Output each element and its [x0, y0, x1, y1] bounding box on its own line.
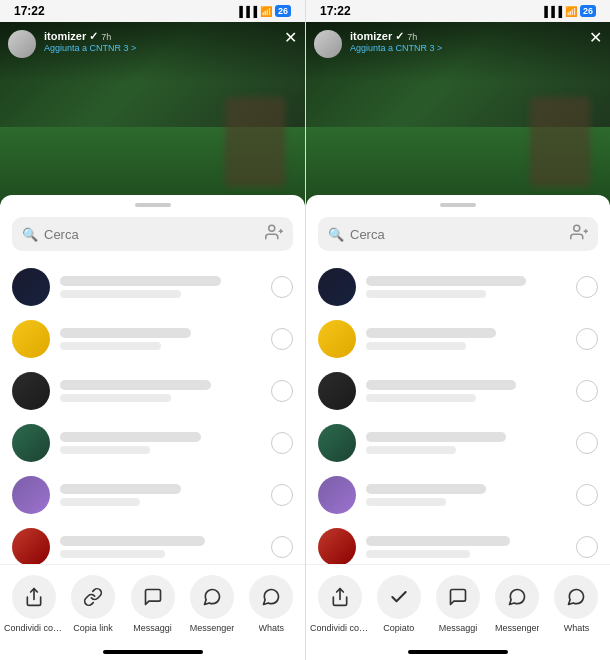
story-avatar [314, 30, 342, 58]
action-icon-messages [131, 575, 175, 619]
action-item-copied[interactable]: Copiato [369, 575, 428, 634]
story-figure [225, 97, 285, 187]
home-indicator [408, 650, 508, 654]
action-item-share[interactable]: Condividi con... [310, 575, 369, 634]
contact-row[interactable] [318, 313, 598, 365]
contact-checkbox[interactable] [576, 380, 598, 402]
contact-info [60, 276, 261, 298]
contact-sub [60, 290, 181, 298]
action-icon-messenger [190, 575, 234, 619]
search-bar: 🔍 [318, 217, 598, 251]
contact-checkbox[interactable] [271, 432, 293, 454]
contact-checkbox[interactable] [576, 432, 598, 454]
status-bar: 17:22 ▐▐▐ 📶 26 [306, 0, 610, 22]
panel-right: 17:22 ▐▐▐ 📶 26 itomizer ✓ 7h Aggiunta a … [305, 0, 610, 660]
contact-row[interactable] [12, 365, 293, 417]
wifi-icon: 📶 [260, 6, 272, 17]
contact-avatar [12, 528, 50, 564]
contact-checkbox[interactable] [271, 380, 293, 402]
action-icon-share [12, 575, 56, 619]
contact-checkbox[interactable] [576, 536, 598, 558]
contact-info [366, 328, 566, 350]
contact-info [60, 380, 261, 402]
action-label-whatsapp: Whats [564, 623, 590, 634]
action-label-messages: Messaggi [133, 623, 172, 634]
story-area: itomizer ✓ 7h Aggiunta a CNTNR 3 > ✕ [0, 22, 305, 207]
search-bar: 🔍 [12, 217, 293, 251]
battery-badge: 26 [275, 5, 291, 17]
action-bar: Condividi con... Copiato Messagg [306, 564, 610, 646]
contacts-list [0, 261, 305, 564]
signal-icon: ▐▐▐ [236, 6, 257, 17]
action-item-share[interactable]: Condividi con... [4, 575, 63, 634]
contact-checkbox[interactable] [576, 484, 598, 506]
search-icon: 🔍 [328, 227, 344, 242]
contact-checkbox[interactable] [271, 484, 293, 506]
story-overlay: itomizer ✓ 7h Aggiunta a CNTNR 3 > ✕ [0, 22, 305, 82]
action-item-messenger[interactable]: Messenger [488, 575, 547, 634]
story-link[interactable]: Aggiunta a CNTNR 3 > [350, 43, 581, 53]
contact-checkbox[interactable] [271, 328, 293, 350]
story-username: itomizer ✓ 7h [350, 30, 581, 43]
contact-avatar [318, 268, 356, 306]
action-label-messenger: Messenger [190, 623, 235, 634]
contact-avatar [318, 476, 356, 514]
action-label-whatsapp: Whats [259, 623, 285, 634]
share-sheet: 🔍 [306, 195, 610, 660]
contact-info [60, 484, 261, 506]
action-label-messages: Messaggi [439, 623, 478, 634]
contact-checkbox[interactable] [576, 328, 598, 350]
contact-info [366, 536, 566, 558]
contact-info [60, 432, 261, 454]
contact-avatar [12, 476, 50, 514]
contact-row[interactable] [12, 417, 293, 469]
contact-sub [366, 394, 476, 402]
contact-name [366, 536, 510, 546]
signal-icon: ▐▐▐ [541, 6, 562, 17]
close-icon[interactable]: ✕ [284, 30, 297, 46]
contact-row[interactable] [12, 469, 293, 521]
contact-info [366, 484, 566, 506]
contact-checkbox[interactable] [576, 276, 598, 298]
contact-checkbox[interactable] [271, 536, 293, 558]
contact-name [366, 484, 486, 494]
battery-badge: 26 [580, 5, 596, 17]
add-people-button[interactable] [570, 223, 588, 245]
search-input[interactable] [44, 227, 255, 242]
wifi-icon: 📶 [565, 6, 577, 17]
close-icon[interactable]: ✕ [589, 30, 602, 46]
contact-row[interactable] [318, 469, 598, 521]
contact-name [60, 432, 201, 442]
contact-row[interactable] [318, 261, 598, 313]
action-bar: Condividi con... Copia link Mess [0, 564, 305, 646]
action-item-messenger[interactable]: Messenger [182, 575, 241, 634]
contact-row[interactable] [318, 521, 598, 564]
action-icon-whatsapp [554, 575, 598, 619]
svg-point-0 [269, 225, 275, 231]
action-item-whatsapp[interactable]: Whats [547, 575, 606, 634]
action-item-copy-link[interactable]: Copia link [63, 575, 122, 634]
contact-sub [60, 550, 165, 558]
contact-avatar [12, 320, 50, 358]
contact-row[interactable] [12, 313, 293, 365]
contact-row[interactable] [318, 417, 598, 469]
action-label-share: Condividi con... [310, 623, 369, 634]
contact-checkbox[interactable] [271, 276, 293, 298]
story-link[interactable]: Aggiunta a CNTNR 3 > [44, 43, 276, 53]
action-label-copy-link: Copia link [73, 623, 113, 634]
action-item-messages[interactable]: Messaggi [123, 575, 182, 634]
contact-name [366, 276, 526, 286]
search-input[interactable] [350, 227, 560, 242]
contact-avatar [318, 424, 356, 462]
action-item-whatsapp[interactable]: Whats [242, 575, 301, 634]
action-item-messages[interactable]: Messaggi [428, 575, 487, 634]
story-user-info: itomizer ✓ 7h Aggiunta a CNTNR 3 > [350, 30, 581, 53]
share-sheet: 🔍 [0, 195, 305, 660]
add-people-button[interactable] [265, 223, 283, 245]
action-label-copied: Copiato [383, 623, 414, 634]
contacts-list [306, 261, 610, 564]
contact-row[interactable] [12, 261, 293, 313]
contact-row[interactable] [12, 521, 293, 564]
contact-info [60, 536, 261, 558]
contact-row[interactable] [318, 365, 598, 417]
